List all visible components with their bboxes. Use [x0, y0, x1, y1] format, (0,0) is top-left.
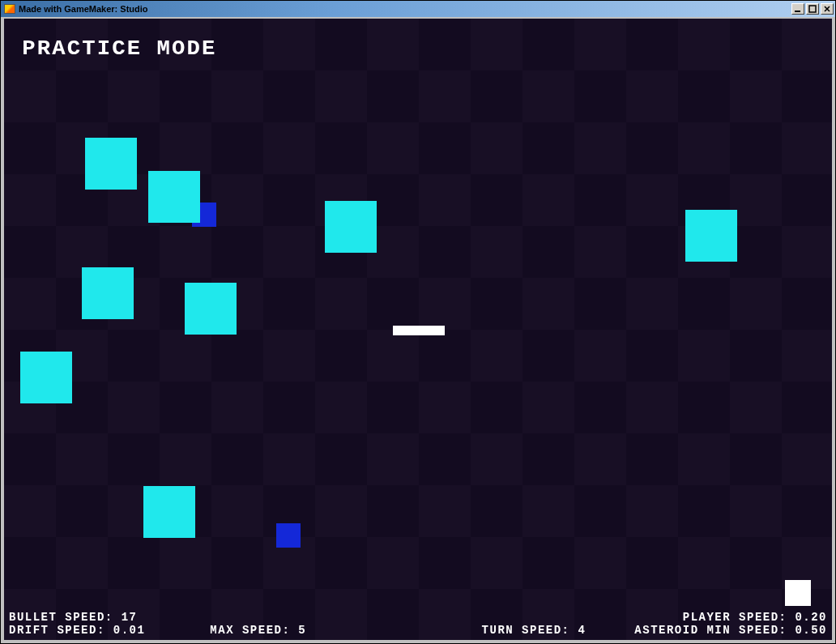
drift-speed-label: DRIFT SPEED:	[9, 624, 105, 637]
play-area: PRACTICE MODE BULLET SPEED: 17 PLAYER SP…	[4, 19, 832, 640]
blue-block	[276, 523, 301, 548]
hud-row-2: DRIFT SPEED: 0.01 MAX SPEED: 5 TURN SPEE…	[9, 624, 827, 637]
titlebar[interactable]: Made with GameMaker: Studio	[1, 1, 835, 17]
minimize-button[interactable]	[791, 3, 804, 15]
asteroid	[148, 171, 200, 223]
max-speed-label: MAX SPEED:	[210, 624, 290, 637]
asteroid	[325, 201, 377, 253]
player-speed-label: PLAYER SPEED:	[683, 611, 787, 624]
asteroid	[82, 267, 134, 319]
asteroid	[85, 138, 137, 190]
turn-speed-readout: TURN SPEED: 4	[482, 624, 586, 637]
asteroid-min-speed-label: ASTEROID MIN SPEED:	[634, 624, 787, 637]
hud: BULLET SPEED: 17 PLAYER SPEED: 0.20 DRIF…	[4, 611, 832, 640]
app-icon	[4, 4, 15, 14]
player-speed-value: 0.20	[795, 611, 827, 624]
asteroid-min-speed-readout: ASTEROID MIN SPEED: 0.50	[634, 624, 827, 637]
hud-row-1: BULLET SPEED: 17 PLAYER SPEED: 0.20	[9, 611, 827, 624]
bullet-speed-value: 17	[122, 611, 138, 624]
bullet-speed-readout: BULLET SPEED: 17	[9, 611, 137, 624]
close-button[interactable]	[821, 3, 834, 15]
asteroid	[143, 486, 195, 538]
asteroid-min-speed-value: 0.50	[795, 624, 827, 637]
max-speed-readout: MAX SPEED: 5	[210, 624, 306, 637]
max-speed-value: 5	[298, 624, 306, 637]
window-frame: Made with GameMaker: Studio PRACTICE MOD…	[0, 0, 836, 644]
mode-label: PRACTICE MODE	[22, 36, 216, 61]
bullet-speed-label: BULLET SPEED:	[9, 611, 113, 624]
maximize-icon	[808, 5, 817, 13]
turn-speed-value: 4	[578, 624, 586, 637]
window-title: Made with GameMaker: Studio	[19, 4, 148, 14]
asteroid	[185, 283, 237, 335]
player-ship	[393, 326, 445, 335]
close-icon	[823, 5, 831, 13]
title-area: Made with GameMaker: Studio	[2, 4, 148, 14]
svg-rect-1	[809, 6, 816, 12]
player-speed-readout: PLAYER SPEED: 0.20	[683, 611, 827, 624]
drift-speed-readout: DRIFT SPEED: 0.01	[9, 624, 145, 637]
svg-rect-0	[795, 11, 800, 12]
asteroid	[20, 352, 72, 403]
turn-speed-label: TURN SPEED:	[482, 624, 570, 637]
minimize-icon	[794, 5, 802, 13]
game-viewport[interactable]: PRACTICE MODE BULLET SPEED: 17 PLAYER SP…	[4, 19, 832, 640]
asteroid	[685, 210, 737, 262]
window-controls	[791, 3, 834, 15]
maximize-button[interactable]	[806, 3, 819, 15]
drift-speed-value: 0.01	[113, 624, 146, 637]
white-block	[785, 580, 811, 606]
